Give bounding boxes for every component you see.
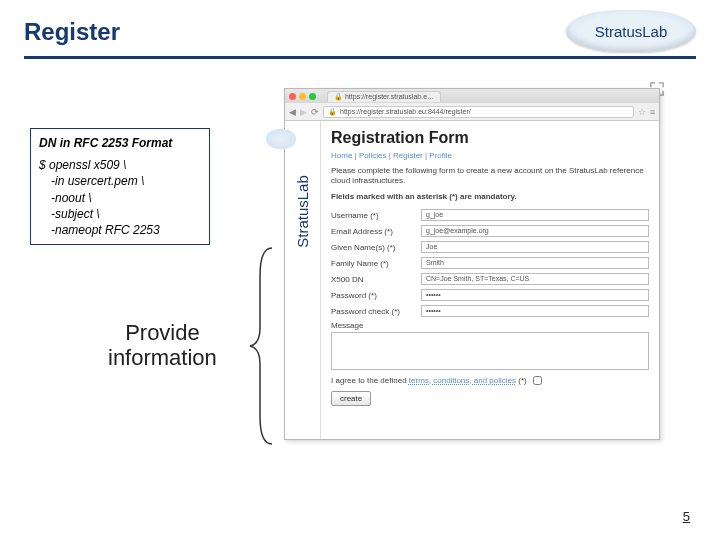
nav-profile[interactable]: Profile	[429, 151, 452, 160]
forward-icon[interactable]: ▶	[300, 107, 307, 117]
menu-icon[interactable]: ≡	[650, 107, 655, 117]
x500-dn-label: X500 DN	[331, 275, 421, 284]
back-icon[interactable]: ◀	[289, 107, 296, 117]
agree-row: I agree to the defined terms, conditions…	[331, 376, 649, 385]
stratuslab-sidebar-logo: StratusLab	[285, 121, 321, 439]
message-label: Message	[331, 321, 649, 330]
window-zoom-icon[interactable]	[309, 93, 316, 100]
openssl-command: $ openssl x509 \ -in usercert.pem \ -noo…	[39, 157, 201, 238]
browser-window: 🔒 https://register.stratuslab.e… ◀ ▶ ⟳ 🔒…	[284, 88, 660, 440]
nav-register[interactable]: Register	[393, 151, 423, 160]
terms-link[interactable]: terms, conditions, and policies	[409, 376, 516, 385]
message-textarea[interactable]	[331, 332, 649, 370]
password-input[interactable]: ••••••	[421, 289, 649, 301]
page-number: 5	[683, 509, 690, 524]
intro-text: Please complete the following form to cr…	[331, 166, 649, 186]
nav-policies[interactable]: Policies	[359, 151, 387, 160]
page-content: Registration Form Home | Policies | Regi…	[321, 121, 659, 439]
given-name-label: Given Name(s) (*)	[331, 243, 421, 252]
mandatory-note: Fields marked with an asterisk (*) are m…	[331, 192, 649, 201]
nav-home[interactable]: Home	[331, 151, 352, 160]
window-minimize-icon[interactable]	[299, 93, 306, 100]
browser-titlebar: 🔒 https://register.stratuslab.e…	[285, 89, 659, 103]
url-field[interactable]: 🔒 https://register.stratuslab.eu:8444/re…	[323, 106, 634, 118]
given-name-input[interactable]: Joe	[421, 241, 649, 253]
page-heading: Registration Form	[331, 129, 649, 147]
dn-format-box: DN in RFC 2253 Format $ openssl x509 \ -…	[30, 128, 210, 245]
lock-icon: 🔒	[328, 108, 337, 116]
browser-toolbar: ◀ ▶ ⟳ 🔒 https://register.stratuslab.eu:8…	[285, 103, 659, 121]
email-label: Email Address (*)	[331, 227, 421, 236]
curly-brace-icon	[248, 246, 276, 446]
x500-dn-input[interactable]: CN=Joe Smith, ST=Texas, C=US	[421, 273, 649, 285]
bookmark-icon[interactable]: ☆	[638, 107, 646, 117]
reload-icon[interactable]: ⟳	[311, 107, 319, 117]
family-name-input[interactable]: Smith	[421, 257, 649, 269]
window-close-icon[interactable]	[289, 93, 296, 100]
browser-tab[interactable]: 🔒 https://register.stratuslab.e…	[327, 91, 441, 102]
family-name-label: Family Name (*)	[331, 259, 421, 268]
stratuslab-logo: StratusLab	[566, 10, 696, 52]
email-input[interactable]: g_joe@example.org	[421, 225, 649, 237]
username-label: Username (*)	[331, 211, 421, 220]
password-label: Password (*)	[331, 291, 421, 300]
create-button[interactable]: create	[331, 391, 371, 406]
agree-checkbox[interactable]	[533, 376, 542, 385]
provide-information-callout: Provide information	[108, 320, 217, 371]
page-nav: Home | Policies | Register | Profile	[331, 151, 649, 160]
dn-box-title: DN in RFC 2253 Format	[39, 135, 201, 151]
username-input[interactable]: g_joe	[421, 209, 649, 221]
title-divider	[24, 56, 696, 59]
password-check-label: Password check (*)	[331, 307, 421, 316]
password-check-input[interactable]: ••••••	[421, 305, 649, 317]
